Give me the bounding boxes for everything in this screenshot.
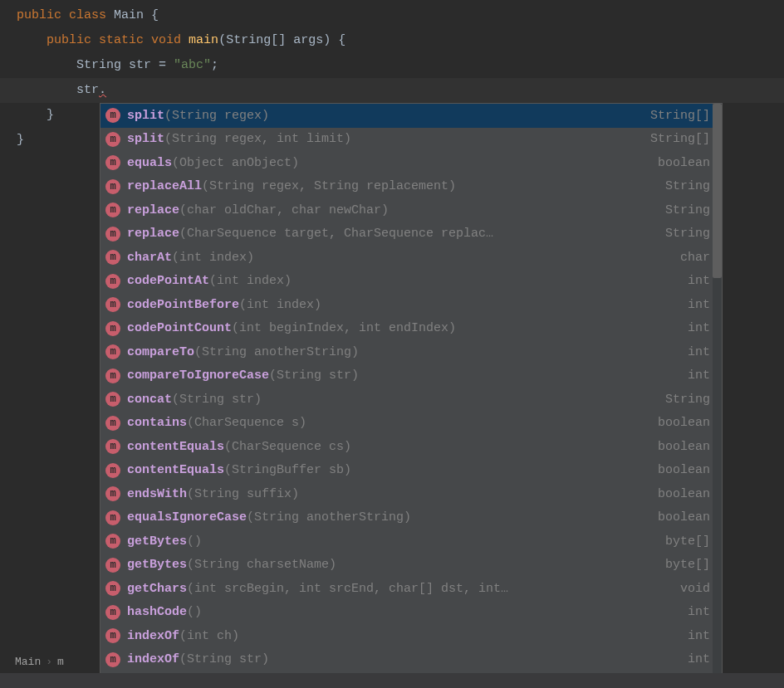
method-signature: contentEquals(StringBuffer sb) bbox=[127, 463, 648, 477]
method-icon: m bbox=[105, 274, 120, 289]
method-icon: m bbox=[105, 227, 120, 242]
method-signature: equals(Object anObject) bbox=[127, 156, 648, 170]
bottom-bar bbox=[0, 673, 784, 688]
method-icon: m bbox=[105, 486, 120, 501]
completion-item[interactable]: mcodePointCount(int beginIndex, int endI… bbox=[100, 317, 722, 341]
return-type: String bbox=[665, 393, 710, 407]
return-type: char bbox=[680, 251, 710, 265]
completion-item[interactable]: mcontentEquals(StringBuffer sb)boolean bbox=[100, 459, 722, 483]
completion-item[interactable]: mendsWith(String suffix)boolean bbox=[100, 482, 722, 506]
method-signature: concat(String str) bbox=[127, 393, 655, 407]
method-signature: indexOf(String str) bbox=[127, 652, 678, 666]
method-signature: endsWith(String suffix) bbox=[127, 487, 648, 501]
method-signature: getBytes() bbox=[127, 534, 655, 549]
return-type: int bbox=[688, 321, 710, 335]
method-icon: m bbox=[105, 132, 120, 147]
completion-item[interactable]: mhashCode()int bbox=[100, 601, 722, 625]
completion-item[interactable]: msplit(String regex)String[] bbox=[100, 104, 722, 128]
method-signature: contains(CharSequence s) bbox=[127, 416, 648, 430]
method-signature: replace(CharSequence target, CharSequenc… bbox=[127, 227, 655, 241]
completion-item[interactable]: mcodePointAt(int index)int bbox=[100, 270, 722, 294]
code-line-active: str. bbox=[0, 78, 784, 103]
completion-list[interactable]: msplit(String regex)String[]msplit(Strin… bbox=[100, 104, 722, 683]
return-type: boolean bbox=[658, 156, 710, 170]
breadcrumb-item[interactable]: m bbox=[57, 656, 64, 668]
return-type: boolean bbox=[658, 416, 710, 430]
return-type: int bbox=[688, 298, 710, 312]
code-line: public static void main(String[] args) { bbox=[0, 28, 784, 53]
method-icon: m bbox=[105, 534, 120, 549]
method-signature: getChars(int srcBegin, int srcEnd, char[… bbox=[127, 582, 670, 596]
completion-item[interactable]: mcompareTo(String anotherString)int bbox=[100, 340, 722, 364]
breadcrumb: Main › m bbox=[0, 651, 79, 671]
method-icon: m bbox=[105, 439, 120, 454]
method-icon: m bbox=[105, 344, 120, 359]
completion-item[interactable]: mcharAt(int index)char bbox=[100, 246, 722, 270]
return-type: String[] bbox=[650, 132, 710, 146]
method-icon: m bbox=[105, 108, 120, 123]
return-type: boolean bbox=[658, 510, 710, 525]
method-signature: hashCode() bbox=[127, 605, 678, 619]
return-type: String bbox=[665, 179, 710, 193]
return-type: String[] bbox=[650, 109, 710, 123]
completion-item[interactable]: mcontains(CharSequence s)boolean bbox=[100, 412, 722, 436]
return-type: void bbox=[680, 582, 710, 596]
method-signature: charAt(int index) bbox=[127, 251, 670, 265]
method-signature: split(String regex, int limit) bbox=[127, 132, 640, 146]
completion-item[interactable]: mcontentEquals(CharSequence cs)boolean bbox=[100, 435, 722, 459]
method-icon: m bbox=[105, 297, 120, 312]
method-signature: getBytes(String charsetName) bbox=[127, 558, 655, 572]
return-type: int bbox=[688, 652, 710, 666]
breadcrumb-item[interactable]: Main bbox=[15, 656, 41, 668]
method-signature: codePointAt(int index) bbox=[127, 274, 678, 288]
completion-item[interactable]: mequalsIgnoreCase(String anotherString)b… bbox=[100, 506, 722, 530]
method-signature: compareToIgnoreCase(String str) bbox=[127, 368, 678, 383]
return-type: int bbox=[688, 629, 710, 643]
completion-item[interactable]: mgetChars(int srcBegin, int srcEnd, char… bbox=[100, 577, 722, 601]
return-type: String bbox=[665, 203, 710, 217]
method-icon: m bbox=[105, 250, 120, 265]
method-icon: m bbox=[105, 628, 120, 643]
scrollbar-thumb[interactable] bbox=[713, 104, 722, 278]
method-signature: indexOf(int ch) bbox=[127, 629, 678, 643]
return-type: boolean bbox=[658, 487, 710, 501]
completion-item[interactable]: mgetBytes()byte[] bbox=[100, 529, 722, 554]
completion-item[interactable]: mindexOf(int ch)int bbox=[100, 624, 722, 648]
code-completion-popup[interactable]: msplit(String regex)String[]msplit(Strin… bbox=[100, 103, 723, 684]
completion-item[interactable]: mindexOf(String str)int bbox=[100, 648, 722, 672]
method-icon: m bbox=[105, 368, 120, 383]
completion-item[interactable]: mreplace(CharSequence target, CharSequen… bbox=[100, 222, 722, 246]
method-icon: m bbox=[105, 321, 120, 336]
scrollbar[interactable] bbox=[713, 104, 722, 683]
return-type: int bbox=[688, 274, 710, 288]
return-type: String bbox=[665, 227, 710, 241]
completion-item[interactable]: mequals(Object anObject)boolean bbox=[100, 151, 722, 175]
code-line: public class Main { bbox=[0, 3, 784, 28]
return-type: int bbox=[688, 345, 710, 359]
method-signature: equalsIgnoreCase(String anotherString) bbox=[127, 510, 648, 525]
return-type: int bbox=[688, 605, 710, 619]
completion-item[interactable]: mreplace(char oldChar, char newChar)Stri… bbox=[100, 198, 722, 222]
method-signature: codePointCount(int beginIndex, int endIn… bbox=[127, 321, 678, 335]
code-line: String str = "abc"; bbox=[0, 53, 784, 78]
method-icon: m bbox=[105, 463, 120, 478]
completion-item[interactable]: mcodePointBefore(int index)int bbox=[100, 293, 722, 317]
method-signature: codePointBefore(int index) bbox=[127, 298, 678, 312]
method-icon: m bbox=[105, 392, 120, 407]
completion-item[interactable]: msplit(String regex, int limit)String[] bbox=[100, 128, 722, 152]
return-type: boolean bbox=[658, 440, 710, 454]
return-type: int bbox=[688, 368, 710, 383]
completion-item[interactable]: mreplaceAll(String regex, String replace… bbox=[100, 175, 722, 199]
method-signature: split(String regex) bbox=[127, 109, 640, 123]
completion-item[interactable]: mgetBytes(String charsetName)byte[] bbox=[100, 554, 722, 578]
method-signature: compareTo(String anotherString) bbox=[127, 345, 678, 359]
method-icon: m bbox=[105, 202, 120, 217]
method-icon: m bbox=[105, 558, 120, 573]
chevron-right-icon: › bbox=[46, 656, 52, 668]
method-icon: m bbox=[105, 581, 120, 596]
completion-item[interactable]: mcompareToIgnoreCase(String str)int bbox=[100, 364, 722, 388]
method-signature: contentEquals(CharSequence cs) bbox=[127, 440, 648, 454]
method-icon: m bbox=[105, 155, 120, 170]
completion-item[interactable]: mconcat(String str)String bbox=[100, 388, 722, 412]
return-type: byte[] bbox=[665, 558, 710, 572]
